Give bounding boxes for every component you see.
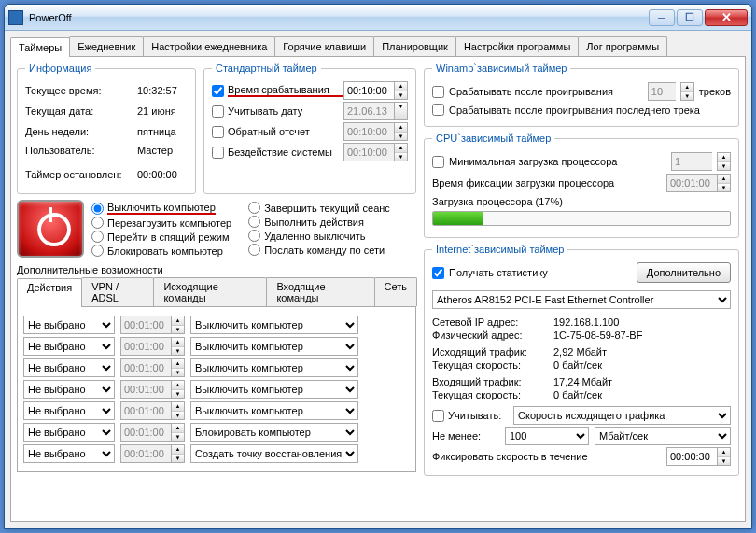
close-button[interactable]: ✕ bbox=[705, 9, 748, 26]
winamp-after-last-checkbox[interactable] bbox=[432, 104, 444, 116]
action-type-select[interactable]: Создать точку восстановления bbox=[190, 444, 358, 463]
window-title: PowerOff bbox=[29, 12, 649, 23]
info-group: Информация Текущее время:10:32:57 Текуща… bbox=[17, 63, 196, 194]
actions-panel: Не выбрано▲▼Выключить компьютерНе выбран… bbox=[17, 307, 416, 472]
cpu-min-spinner[interactable]: ▲▼ bbox=[717, 152, 731, 171]
fix-time-input[interactable] bbox=[666, 447, 717, 466]
action-time-spinner[interactable]: ▲▼ bbox=[171, 358, 185, 377]
adapter-select[interactable]: Atheros AR8152 PCI-E Fast Ethernet Contr… bbox=[432, 290, 731, 309]
action-row: Не выбрано▲▼Выключить компьютер bbox=[23, 316, 410, 334]
titlebar[interactable]: PowerOff ─ ☐ ✕ bbox=[5, 5, 751, 31]
action-condition-select[interactable]: Не выбрано bbox=[23, 380, 115, 399]
radio-shutdown[interactable]: Выключить компьютер bbox=[91, 202, 231, 215]
action-row: Не выбрано▲▼Создать точку восстановления bbox=[23, 444, 410, 463]
action-type-select[interactable]: Выключить компьютер bbox=[190, 380, 358, 399]
subtab-3[interactable]: Входящие команды bbox=[266, 277, 374, 306]
action-time-input[interactable] bbox=[120, 380, 171, 399]
action-condition-select[interactable]: Не выбрано bbox=[23, 316, 115, 334]
countdown-spinner[interactable]: ▲▼ bbox=[394, 122, 408, 141]
idle-checkbox[interactable] bbox=[212, 147, 224, 159]
cpu-fix-time-input[interactable] bbox=[666, 174, 717, 192]
action-type-select[interactable]: Выключить компьютер bbox=[190, 316, 358, 334]
dow-value: пятница bbox=[137, 126, 176, 137]
radio-sleep[interactable]: Перейти в спящий режим bbox=[91, 231, 231, 243]
trigger-spinner[interactable]: ▲▼ bbox=[394, 81, 408, 100]
radio-remote[interactable]: Удаленно выключить bbox=[248, 230, 390, 242]
subtab-1[interactable]: VPN / ADSL bbox=[81, 277, 154, 306]
subtab-0[interactable]: Действия bbox=[17, 278, 82, 307]
radio-netcmd[interactable]: Послать команду по сети bbox=[248, 244, 390, 256]
minimize-button[interactable]: ─ bbox=[649, 9, 675, 26]
min-value-select[interactable]: 100 bbox=[505, 427, 589, 445]
winamp-group: Winamp`зависимый таймер Срабатывать посл… bbox=[424, 63, 739, 127]
tab-6[interactable]: Лог программы bbox=[578, 36, 667, 56]
cpu-fix-time-spinner[interactable]: ▲▼ bbox=[717, 174, 731, 192]
action-time-spinner[interactable]: ▲▼ bbox=[171, 316, 185, 334]
more-button[interactable]: Дополнительно bbox=[637, 262, 731, 283]
cpu-min-load-checkbox[interactable] bbox=[432, 156, 444, 168]
action-type-select[interactable]: Выключить компьютер bbox=[190, 401, 358, 420]
action-condition-select[interactable]: Не выбрано bbox=[23, 337, 115, 356]
main-tabs: ТаймерыЕжедневникНастройки ежедневникаГо… bbox=[10, 36, 746, 57]
tab-3[interactable]: Горячие клавиши bbox=[274, 36, 374, 56]
idle-spinner[interactable]: ▲▼ bbox=[394, 143, 408, 161]
action-type-select[interactable]: Выключить компьютер bbox=[190, 337, 358, 356]
net-stats-checkbox[interactable] bbox=[432, 267, 444, 279]
in-label: Входящий трафик: bbox=[432, 376, 553, 387]
tracks-spinner[interactable]: ▲▼ bbox=[680, 82, 694, 101]
subtab-4[interactable]: Сеть bbox=[374, 277, 417, 306]
winamp-after-play-checkbox[interactable] bbox=[432, 86, 444, 98]
fix-time-spinner[interactable]: ▲▼ bbox=[717, 447, 731, 466]
cpu-fix-time-label: Время фиксации загрузки процессора bbox=[432, 177, 666, 189]
net-stats-checkbox-label[interactable]: Получать статистику bbox=[432, 267, 548, 279]
countdown-checkbox[interactable] bbox=[212, 126, 224, 138]
net-group: Internet`зависимый таймер Получать стати… bbox=[424, 244, 739, 476]
subtab-2[interactable]: Исходящие команды bbox=[153, 277, 267, 306]
action-condition-select[interactable]: Не выбрано bbox=[23, 423, 115, 442]
countdown-input[interactable] bbox=[343, 122, 394, 141]
action-time-spinner[interactable]: ▲▼ bbox=[171, 401, 185, 420]
tab-0[interactable]: Таймеры bbox=[10, 37, 70, 57]
min-unit-select[interactable]: Мбайт/сек bbox=[595, 427, 731, 445]
maximize-button[interactable]: ☐ bbox=[677, 9, 703, 26]
trigger-time-input[interactable] bbox=[343, 81, 394, 100]
action-condition-select[interactable]: Не выбрано bbox=[23, 444, 115, 463]
action-condition-select[interactable]: Не выбрано bbox=[23, 401, 115, 420]
trigger-checkbox[interactable] bbox=[212, 85, 224, 97]
cpu-min-input[interactable] bbox=[671, 152, 712, 171]
action-time-input[interactable] bbox=[120, 401, 171, 420]
action-time-input[interactable] bbox=[120, 423, 171, 442]
date-input[interactable] bbox=[343, 102, 394, 120]
action-time-input[interactable] bbox=[120, 316, 171, 334]
radio-exec[interactable]: Выполнить действия bbox=[248, 216, 390, 228]
out-value: 2,92 Мбайт bbox=[553, 346, 607, 358]
action-time-spinner[interactable]: ▲▼ bbox=[171, 380, 185, 399]
action-row: Не выбрано▲▼Выключить компьютер bbox=[23, 358, 410, 377]
action-time-input[interactable] bbox=[120, 358, 171, 377]
action-time-input[interactable] bbox=[120, 337, 171, 356]
date-check-label: Учитывать дату bbox=[228, 105, 343, 117]
action-time-spinner[interactable]: ▲▼ bbox=[171, 444, 185, 463]
tab-2[interactable]: Настройки ежедневника bbox=[143, 36, 275, 56]
tracks-input[interactable] bbox=[648, 82, 676, 101]
action-time-spinner[interactable]: ▲▼ bbox=[171, 337, 185, 356]
radio-logoff[interactable]: Завершить текущий сеанс bbox=[248, 202, 390, 214]
idle-input[interactable] bbox=[343, 143, 394, 161]
consider-checkbox[interactable] bbox=[432, 410, 444, 422]
consider-select[interactable]: Скорость исходящего трафика bbox=[513, 406, 731, 425]
action-time-spinner[interactable]: ▲▼ bbox=[171, 423, 185, 442]
tab-1[interactable]: Ежедневник bbox=[69, 36, 144, 56]
date-dropdown[interactable]: ▼ bbox=[394, 102, 408, 120]
tab-4[interactable]: Планировщик bbox=[373, 36, 456, 56]
tab-5[interactable]: Настройки программы bbox=[455, 36, 579, 56]
countdown-label: Обратный отсчет bbox=[228, 126, 343, 137]
radio-restart[interactable]: Перезагрузить компьютер bbox=[91, 217, 231, 229]
cpu-progress bbox=[432, 211, 731, 226]
date-checkbox[interactable] bbox=[212, 105, 224, 118]
action-time-input[interactable] bbox=[120, 444, 171, 463]
radio-lock[interactable]: Блокировать компьютер bbox=[91, 245, 231, 257]
action-condition-select[interactable]: Не выбрано bbox=[23, 358, 115, 377]
action-type-select[interactable]: Выключить компьютер bbox=[190, 358, 358, 377]
power-icon bbox=[17, 200, 84, 258]
action-type-select[interactable]: Блокировать компьютер bbox=[190, 423, 358, 442]
